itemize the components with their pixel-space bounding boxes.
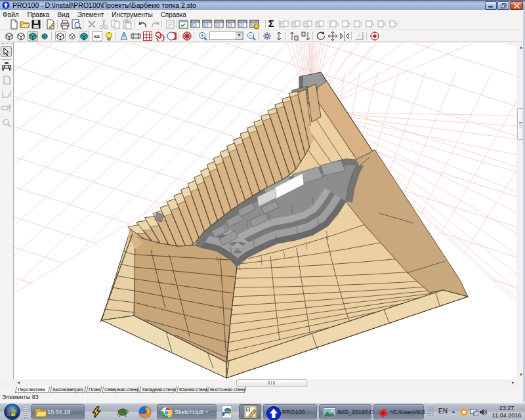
svg-text:8a: 8a [94,33,100,39]
